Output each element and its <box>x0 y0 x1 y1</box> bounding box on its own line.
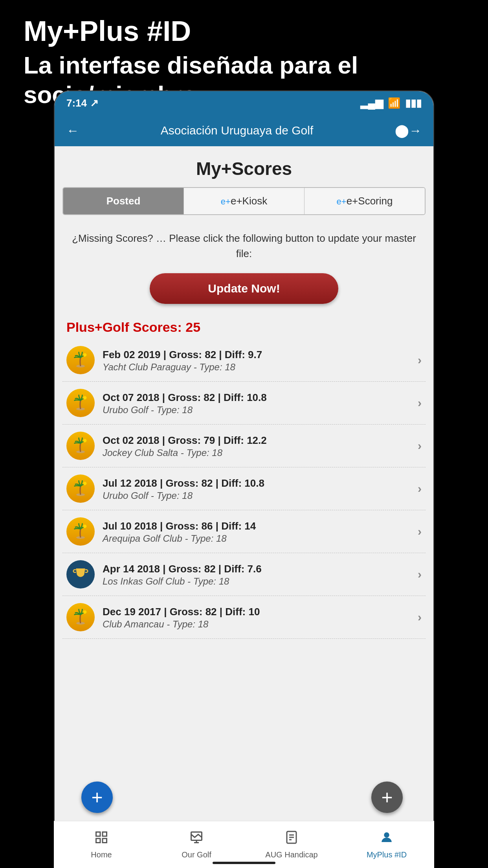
calculator-icon <box>284 830 299 848</box>
bottom-navigation: Home Our Golf AUG Handicap MyPlus #ID <box>54 821 434 868</box>
score-sub-text: Yacht Club Paraguay - Type: 18 <box>103 362 410 373</box>
palm-icon <box>66 389 95 417</box>
chevron-right-icon: › <box>418 439 422 452</box>
score-list-item[interactable]: Feb 02 2019 | Gross: 82 | Diff: 9.7 Yach… <box>62 339 426 382</box>
score-list-item[interactable]: Jul 10 2018 | Gross: 86 | Diff: 14 Arequ… <box>62 510 426 553</box>
score-sub-text: Urubo Golf - Type: 18 <box>103 490 410 501</box>
missing-scores-notice: ¿Missing Scores? … Please click the foll… <box>55 223 433 265</box>
tab-bar: Posted e+e+Kiosk e+e+Scoring <box>62 187 426 215</box>
nav-aug-handicap-label: AUG Handicap <box>265 850 317 859</box>
nav-our-golf[interactable]: Our Golf <box>149 821 244 868</box>
svg-rect-15 <box>103 839 107 843</box>
location-icon: ↗ <box>90 97 99 109</box>
nav-title: Asociación Uruguaya de Golf <box>161 124 314 137</box>
wifi-icon: 📶 <box>388 97 400 109</box>
golf-icon <box>189 830 204 848</box>
home-icon <box>94 830 108 848</box>
palm-icon <box>66 603 95 631</box>
nav-aug-handicap[interactable]: AUG Handicap <box>244 821 339 868</box>
scores-count-header: Plus+Golf Scores: 25 <box>55 312 433 339</box>
svg-rect-13 <box>103 832 107 836</box>
nav-home-label: Home <box>91 850 112 859</box>
score-details: Apr 14 2018 | Gross: 82 | Diff: 7.6 Los … <box>103 562 410 587</box>
app-title: My+Plus #ID <box>24 16 464 47</box>
score-main-text: Oct 07 2018 | Gross: 82 | Diff: 10.8 <box>103 390 410 405</box>
svg-point-5 <box>83 439 87 442</box>
palm-icon <box>66 474 95 503</box>
signal-icon: ▂▄▆ <box>360 97 383 109</box>
score-list-item[interactable]: Dec 19 2017 | Gross: 82 | Diff: 10 Club … <box>62 596 426 639</box>
nav-our-golf-label: Our Golf <box>182 850 211 859</box>
score-main-text: Oct 02 2018 | Gross: 79 | Diff: 12.2 <box>103 433 410 447</box>
tab-posted[interactable]: Posted <box>63 188 184 214</box>
page-title: My+Scores <box>55 146 433 187</box>
chevron-right-icon: › <box>418 568 422 581</box>
score-details: Feb 02 2019 | Gross: 82 | Diff: 9.7 Yach… <box>103 348 410 373</box>
chevron-right-icon: › <box>418 525 422 538</box>
palm-icon <box>66 346 95 374</box>
score-details: Jul 12 2018 | Gross: 82 | Diff: 10.8 Uru… <box>103 476 410 501</box>
nav-bar: ← Asociación Uruguaya de Golf ⬤→ <box>55 115 433 146</box>
main-content: My+Scores Posted e+e+Kiosk e+e+Scoring ¿… <box>55 146 433 639</box>
score-main-text: Jul 10 2018 | Gross: 86 | Diff: 14 <box>103 519 410 533</box>
chevron-right-icon: › <box>418 353 422 367</box>
chevron-right-icon: › <box>418 396 422 410</box>
score-sub-text: Los Inkas Golf Club - Type: 18 <box>103 576 410 587</box>
trophy-icon <box>66 560 95 588</box>
score-main-text: Feb 02 2019 | Gross: 82 | Diff: 9.7 <box>103 348 410 362</box>
back-button[interactable]: ← <box>66 123 79 138</box>
svg-point-9 <box>83 524 87 528</box>
status-bar: 7:14 ↗ ▂▄▆ 📶 ▮▮▮ <box>55 91 433 115</box>
palm-icon <box>66 432 95 460</box>
score-sub-text: Arequipa Golf Club - Type: 18 <box>103 533 410 544</box>
score-details: Oct 02 2018 | Gross: 79 | Diff: 12.2 Joc… <box>103 433 410 458</box>
score-list-item[interactable]: Oct 02 2018 | Gross: 79 | Diff: 12.2 Joc… <box>62 425 426 467</box>
nav-myplus-id[interactable]: MyPlus #ID <box>339 821 434 868</box>
palm-icon <box>66 517 95 546</box>
nav-myplus-id-label: MyPlus #ID <box>367 850 407 859</box>
svg-rect-14 <box>96 839 101 843</box>
svg-point-7 <box>83 482 87 485</box>
logout-icon[interactable]: ⬤→ <box>395 123 422 138</box>
score-list-item[interactable]: Oct 07 2018 | Gross: 82 | Diff: 10.8 Uru… <box>62 382 426 425</box>
nav-home[interactable]: Home <box>54 821 149 868</box>
tab-ekiosk[interactable]: e+e+Kiosk <box>184 188 305 214</box>
score-details: Jul 10 2018 | Gross: 86 | Diff: 14 Arequ… <box>103 519 410 544</box>
update-now-button[interactable]: Update Now! <box>150 273 338 304</box>
score-main-text: Dec 19 2017 | Gross: 82 | Diff: 10 <box>103 605 410 619</box>
svg-point-11 <box>83 610 87 614</box>
score-sub-text: Urubo Golf - Type: 18 <box>103 405 410 416</box>
svg-rect-12 <box>96 832 101 836</box>
svg-point-3 <box>83 396 87 399</box>
status-time: 7:14 <box>66 97 87 109</box>
score-list-item[interactable]: Apr 14 2018 | Gross: 82 | Diff: 7.6 Los … <box>62 553 426 596</box>
score-main-text: Apr 14 2018 | Gross: 82 | Diff: 7.6 <box>103 562 410 576</box>
svg-point-23 <box>384 833 389 837</box>
home-indicator <box>213 862 275 864</box>
chevron-right-icon: › <box>418 611 422 624</box>
score-list-item[interactable]: Jul 12 2018 | Gross: 82 | Diff: 10.8 Uru… <box>62 467 426 510</box>
score-main-text: Jul 12 2018 | Gross: 82 | Diff: 10.8 <box>103 476 410 490</box>
fab-add-right[interactable]: + <box>371 782 403 813</box>
fab-add-left[interactable]: + <box>81 782 113 813</box>
battery-icon: ▮▮▮ <box>405 97 422 109</box>
score-list: Feb 02 2019 | Gross: 82 | Diff: 9.7 Yach… <box>55 339 433 639</box>
svg-point-1 <box>83 353 87 357</box>
phone-screen: 7:14 ↗ ▂▄▆ 📶 ▮▮▮ ← Asociación Uruguaya d… <box>54 90 434 853</box>
score-sub-text: Club Amancau - Type: 18 <box>103 619 410 630</box>
score-details: Dec 19 2017 | Gross: 82 | Diff: 10 Club … <box>103 605 410 630</box>
tab-escoring[interactable]: e+e+Scoring <box>305 188 425 214</box>
person-icon <box>380 830 394 848</box>
score-details: Oct 07 2018 | Gross: 82 | Diff: 10.8 Uru… <box>103 390 410 416</box>
chevron-right-icon: › <box>418 482 422 495</box>
score-sub-text: Jockey Club Salta - Type: 18 <box>103 447 410 458</box>
